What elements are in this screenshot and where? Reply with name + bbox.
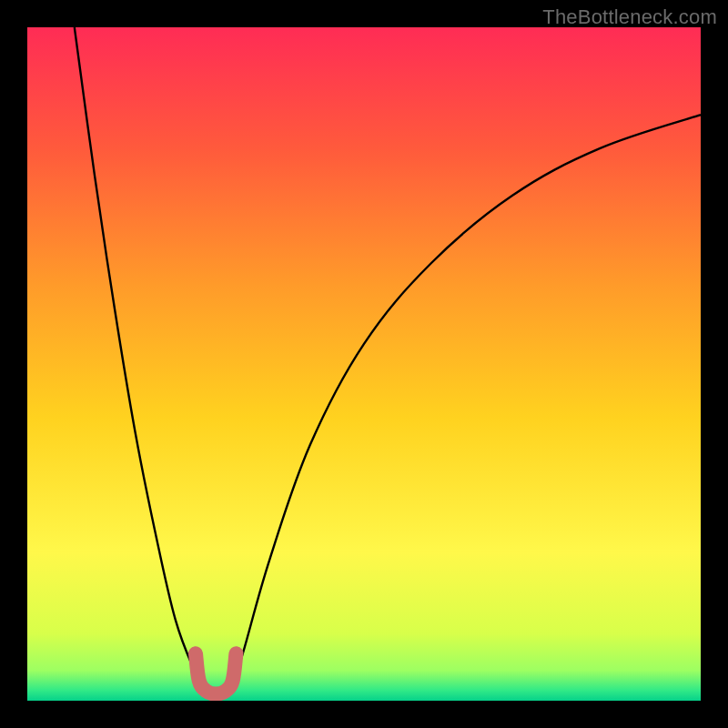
chart-svg	[27, 27, 701, 701]
chart-frame: TheBottleneck.com	[0, 0, 728, 728]
plot-area	[27, 27, 701, 701]
watermark-label: TheBottleneck.com	[542, 5, 717, 29]
gradient-background	[27, 27, 701, 701]
